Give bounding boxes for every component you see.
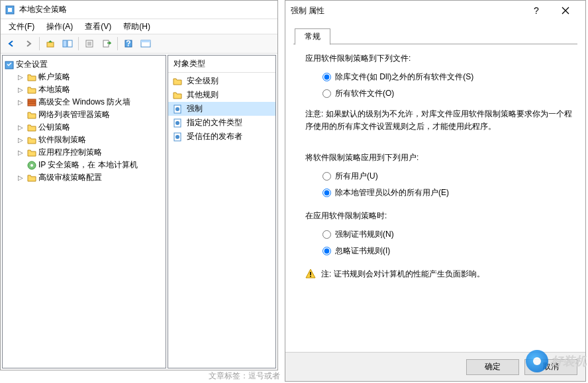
close-button[interactable] <box>551 1 580 20</box>
radio-input[interactable] <box>322 89 331 98</box>
tree-item-label: 高级审核策略配置 <box>38 172 102 183</box>
section-cert: 在应用软件限制策略时: 强制证书规则(N) 忽略证书规则(I) <box>305 210 575 260</box>
tree-item-label: 应用程序控制策略 <box>38 147 102 158</box>
blank-icon <box>16 161 25 170</box>
expand-icon[interactable]: ▷ <box>16 98 25 107</box>
radio-input[interactable] <box>322 73 331 81</box>
radio-group-files: 除库文件(如 Dll)之外的所有软件文件(S) 所有软件文件(O) <box>322 69 575 102</box>
up-button[interactable] <box>42 36 58 52</box>
ok-button[interactable]: 确定 <box>466 359 519 375</box>
tree-item-label: 帐户策略 <box>38 71 70 83</box>
app-icon <box>5 5 15 15</box>
show-hide-tree-button[interactable] <box>60 36 75 52</box>
menubar: 文件(F) 操作(A) 查看(V) 帮助(H) <box>1 19 277 34</box>
section-files: 应用软件限制策略到下列文件: 除库文件(如 Dll)之外的所有软件文件(S) 所… <box>305 52 575 103</box>
svg-rect-9 <box>103 40 109 47</box>
refresh-button[interactable] <box>138 36 154 52</box>
svg-rect-4 <box>68 40 72 47</box>
menu-file[interactable]: 文件(F) <box>3 20 40 34</box>
svg-rect-1 <box>8 8 12 12</box>
tree-item[interactable]: ▷高级安全 Windows 防火墙 <box>16 96 164 108</box>
radio-exclude-admins[interactable]: 除本地管理员以外的所有用户(E) <box>322 185 575 201</box>
tree-item[interactable]: ▷高级审核策略配置 <box>16 171 164 184</box>
folder-icon <box>26 122 37 133</box>
expand-icon[interactable]: ▷ <box>16 173 25 183</box>
forward-button[interactable] <box>21 36 36 52</box>
tree-root[interactable]: 安全设置 <box>4 58 164 71</box>
radio-input[interactable] <box>322 172 331 181</box>
dialog-titlebar: 强制 属性 ? <box>285 1 585 21</box>
tree-item[interactable]: ▷应用程序控制策略 <box>16 146 164 159</box>
radio-exclude-libs[interactable]: 除库文件(如 Dll)之外的所有软件文件(S) <box>322 69 575 85</box>
tree-item[interactable]: ▷公钥策略 <box>16 121 164 134</box>
menu-help[interactable]: 帮助(H) <box>118 20 156 34</box>
tree-pane[interactable]: 安全设置 ▷帐户策略 ▷本地策略 ▷高级安全 Windows 防火墙 网络列表管… <box>2 55 166 368</box>
ipsec-icon <box>26 160 37 171</box>
warning-icon <box>305 269 316 279</box>
help-button[interactable]: ? <box>522 1 551 20</box>
radio-enforce-cert[interactable]: 强制证书规则(N) <box>322 226 575 243</box>
radio-input[interactable] <box>322 247 331 255</box>
menu-view[interactable]: 查看(V) <box>79 20 117 34</box>
svg-text:?: ? <box>126 39 130 48</box>
firewall-icon <box>26 97 37 108</box>
svg-point-25 <box>175 135 179 139</box>
help-button[interactable]: ? <box>121 36 136 52</box>
tree-item[interactable]: ▷本地策略 <box>16 83 164 96</box>
tabstrip: 常规 <box>293 26 577 44</box>
properties-button[interactable] <box>81 36 97 52</box>
window-title: 本地安全策略 <box>19 4 67 15</box>
list-row[interactable]: 指定的文件类型 <box>168 116 275 130</box>
radio-ignore-cert[interactable]: 忽略证书规则(I) <box>322 243 575 259</box>
folder-icon <box>172 76 183 87</box>
policy-icon <box>172 104 183 114</box>
separator <box>117 37 118 50</box>
separator <box>78 37 79 50</box>
radio-label: 所有软件文件(O) <box>335 87 394 100</box>
tree-item[interactable]: IP 安全策略，在 本地计算机 <box>16 159 164 171</box>
tree-item[interactable]: ▷帐户策略 <box>16 71 164 83</box>
main-window: 本地安全策略 文件(F) 操作(A) 查看(V) 帮助(H) ? 安全设置 ▷帐… <box>0 0 278 370</box>
expand-icon[interactable]: ▷ <box>16 73 25 82</box>
folder-icon <box>26 148 37 158</box>
folder-icon <box>26 135 37 146</box>
tab-general[interactable]: 常规 <box>295 28 330 45</box>
tree-item-label: 软件限制策略 <box>38 134 86 146</box>
tree-item-label: 本地策略 <box>38 84 70 95</box>
security-root-icon <box>4 60 15 70</box>
radio-input[interactable] <box>322 189 331 197</box>
list-pane[interactable]: 对象类型 安全级别 其他规则 强制 指定的文件类型 受信任的发布者 <box>168 55 276 368</box>
tree-item-label: 公钥策略 <box>38 122 70 133</box>
list-row[interactable]: 其他规则 <box>168 88 275 102</box>
menu-action[interactable]: 操作(A) <box>41 20 78 34</box>
section-label: 应用软件限制策略到下列文件: <box>305 52 575 65</box>
tree-item[interactable]: 网络列表管理器策略 <box>16 108 164 121</box>
radio-group-users: 所有用户(U) 除本地管理员以外的所有用户(E) <box>322 168 575 201</box>
expand-icon[interactable]: ▷ <box>16 85 25 95</box>
toolbar: ? <box>1 34 277 54</box>
cancel-button[interactable]: 取消 <box>524 359 577 375</box>
svg-point-23 <box>175 121 179 125</box>
svg-rect-2 <box>47 42 54 47</box>
expand-icon[interactable]: ▷ <box>16 136 25 145</box>
radio-all-files[interactable]: 所有软件文件(O) <box>322 85 575 102</box>
list-item-label: 强制 <box>187 103 203 114</box>
list-row-selected[interactable]: 强制 <box>168 102 275 116</box>
properties-dialog: 强制 属性 ? 常规 应用软件限制策略到下列文件: 除库文件(如 Dll)之外的… <box>285 0 586 382</box>
svg-rect-27 <box>310 276 311 277</box>
radio-input[interactable] <box>322 230 331 239</box>
folder-icon <box>26 173 37 183</box>
radio-group-cert: 强制证书规则(N) 忽略证书规则(I) <box>322 226 575 259</box>
warning-row: 注: 证书规则会对计算机的性能产生负面影响。 <box>305 269 575 280</box>
radio-all-users[interactable]: 所有用户(U) <box>322 168 575 185</box>
note-text: 注意: 如果默认的级别为不允许，对库文件应用软件限制策略要求你为一个程序使用的所… <box>305 108 575 133</box>
list-row[interactable]: 安全级别 <box>168 74 275 88</box>
list-header[interactable]: 对象类型 <box>168 56 275 73</box>
folder-icon <box>26 72 37 83</box>
tree-item[interactable]: ▷软件限制策略 <box>16 134 164 146</box>
list-row[interactable]: 受信任的发布者 <box>168 130 275 144</box>
expand-icon[interactable]: ▷ <box>16 148 25 157</box>
expand-icon[interactable]: ▷ <box>16 123 25 132</box>
export-button[interactable] <box>99 36 115 52</box>
back-button[interactable] <box>3 36 19 52</box>
